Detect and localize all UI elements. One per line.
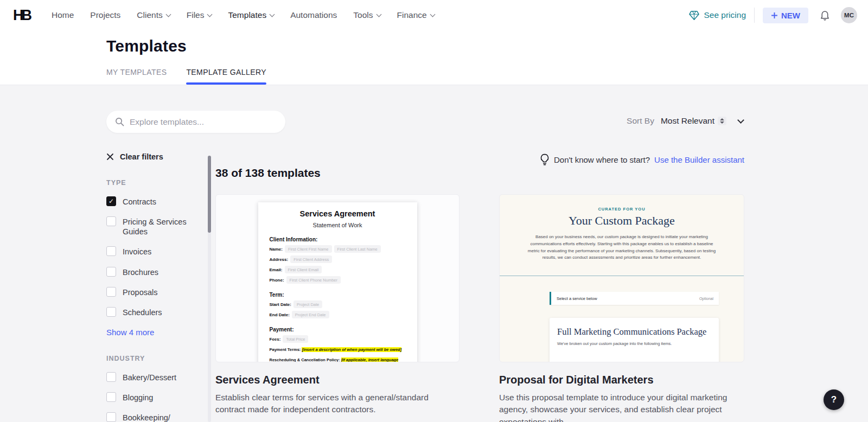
filter-option-bookkeeping-accounting[interactable]: Bookkeeping/ Accounting — [106, 412, 190, 422]
help-button[interactable]: ? — [824, 389, 844, 410]
template-card-proposal-digital-marketers[interactable]: CURATED FOR YOU Your Custom Package Base… — [499, 194, 744, 422]
template-description: Establish clear terms for services with … — [215, 392, 459, 416]
filter-option-blogging[interactable]: Blogging — [106, 392, 190, 402]
main-nav: Home Projects Clients Files Templates Au… — [52, 10, 435, 20]
divider — [754, 8, 755, 23]
search-icon — [115, 117, 124, 126]
template-title[interactable]: Services Agreement — [215, 374, 459, 386]
chevron-down-icon — [430, 11, 435, 17]
template-thumbnail[interactable]: Services Agreement Statement of Work Cli… — [215, 194, 459, 362]
chevron-down-icon — [165, 11, 171, 17]
filter-option-contracts[interactable]: Contracts — [106, 196, 190, 207]
template-thumbnail[interactable]: CURATED FOR YOU Your Custom Package Base… — [499, 194, 744, 362]
chevron-down-icon — [376, 11, 381, 17]
template-title[interactable]: Proposal for Digital Marketers — [499, 374, 744, 386]
document-preview: Services Agreement Statement of Work Cli… — [258, 202, 417, 362]
notifications-bell-icon[interactable] — [816, 9, 833, 21]
nav-item-files[interactable]: Files — [187, 10, 212, 20]
checkbox[interactable] — [106, 307, 116, 317]
filter-option-bakery-dessert[interactable]: Bakery/Dessert — [106, 372, 190, 382]
tab-template-gallery[interactable]: TEMPLATE GALLERY — [186, 68, 266, 85]
close-icon — [106, 153, 114, 161]
nav-item-templates[interactable]: Templates — [228, 10, 274, 20]
honeybook-logo[interactable]: HB — [13, 7, 30, 24]
sort-value-dropdown[interactable]: Most Relevant — [661, 116, 726, 126]
checkbox[interactable] — [106, 267, 116, 277]
filter-section-type: TYPE — [106, 179, 190, 187]
show-more-link[interactable]: Show 4 more — [106, 328, 190, 337]
new-button[interactable]: NEW — [763, 8, 808, 23]
checkbox[interactable] — [106, 372, 116, 382]
checkbox[interactable] — [106, 287, 116, 297]
nav-item-automations[interactable]: Automations — [290, 10, 337, 20]
chevron-down-icon[interactable] — [737, 117, 744, 124]
nav-item-home[interactable]: Home — [52, 10, 74, 20]
sort-updown-icon — [718, 117, 726, 125]
checkbox[interactable] — [106, 216, 116, 226]
search-input[interactable] — [130, 117, 277, 127]
helper-text: Don't know where to start? — [554, 155, 650, 164]
select-service-bar: Select a service below Optional — [550, 292, 719, 305]
nav-item-tools[interactable]: Tools — [353, 10, 380, 20]
filter-option-invoices[interactable]: Invoices — [106, 246, 190, 257]
filter-option-proposals[interactable]: Proposals — [106, 287, 190, 297]
chevron-down-icon — [270, 11, 275, 17]
checkbox-checked[interactable] — [106, 196, 116, 206]
sidebar-scrollbar-thumb[interactable] — [208, 156, 211, 233]
nav-item-projects[interactable]: Projects — [90, 10, 120, 20]
sort-control: Sort By Most Relevant — [627, 116, 743, 126]
tab-my-templates[interactable]: MY TEMPLATES — [106, 68, 167, 85]
results-count: 38 of 138 templates — [215, 167, 321, 180]
plus-icon — [771, 12, 778, 19]
filter-section-industry: INDUSTRY — [106, 355, 190, 362]
topbar-right: See pricing NEW MC — [689, 7, 857, 23]
search-bar[interactable] — [106, 111, 285, 133]
divider — [500, 276, 744, 276]
see-pricing-link[interactable]: See pricing — [689, 10, 746, 20]
page-header: Templates MY TEMPLATES TEMPLATE GALLERY — [0, 30, 868, 85]
checkbox[interactable] — [106, 412, 116, 422]
builder-assistant-link[interactable]: Use the Builder assistant — [654, 155, 744, 164]
gem-icon — [689, 11, 699, 20]
filter-option-brochures[interactable]: Brochures — [106, 267, 190, 277]
nav-item-clients[interactable]: Clients — [137, 10, 170, 20]
top-navigation-bar: HB Home Projects Clients Files Templates… — [0, 0, 868, 30]
content-area: Sort By Most Relevant Clear filters TYPE… — [0, 85, 868, 422]
clear-filters-button[interactable]: Clear filters — [106, 152, 190, 161]
tab-bar: MY TEMPLATES TEMPLATE GALLERY — [106, 68, 266, 85]
package-card: Full Marketing Communications Package We… — [550, 318, 719, 362]
nav-item-finance[interactable]: Finance — [397, 10, 435, 20]
chevron-down-icon — [207, 11, 213, 17]
builder-assistant-helper: Don't know where to start? Use the Build… — [540, 154, 744, 165]
sort-by-label: Sort By — [627, 116, 654, 126]
filter-option-pricing-services-guides[interactable]: Pricing & Services Guides — [106, 216, 190, 236]
lightbulb-icon — [540, 154, 550, 165]
avatar[interactable]: MC — [841, 7, 857, 23]
checkbox[interactable] — [106, 246, 116, 256]
checkbox[interactable] — [106, 392, 116, 402]
page-title: Templates — [106, 30, 868, 55]
template-card-services-agreement[interactable]: Services Agreement Statement of Work Cli… — [215, 194, 459, 422]
filters-sidebar: Clear filters TYPE Contracts Pricing & S… — [106, 152, 190, 422]
filter-option-schedulers[interactable]: Schedulers — [106, 307, 190, 317]
template-description: Use this proposal template to introduce … — [499, 392, 744, 422]
template-cards: Services Agreement Statement of Work Cli… — [215, 194, 744, 422]
